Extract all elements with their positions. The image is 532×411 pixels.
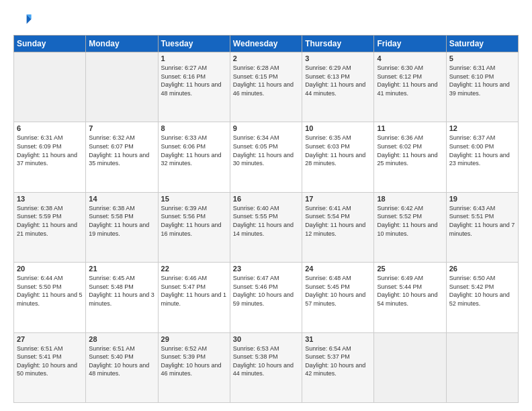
day-number: 25 [377,265,443,273]
day-info: Sunrise: 6:51 AM Sunset: 5:41 PM Dayligh… [17,345,83,378]
day-number: 9 [233,124,299,132]
calendar-header-row: SundayMondayTuesdayWednesdayThursdayFrid… [14,36,519,52]
calendar-cell: 11Sunrise: 6:36 AM Sunset: 6:02 PM Dayli… [374,122,446,192]
calendar-cell: 26Sunrise: 6:50 AM Sunset: 5:42 PM Dayli… [446,263,518,332]
day-number: 29 [161,335,227,343]
calendar-cell: 22Sunrise: 6:46 AM Sunset: 5:47 PM Dayli… [158,263,230,332]
weekday-header: Wednesday [230,36,302,52]
day-info: Sunrise: 6:29 AM Sunset: 6:13 PM Dayligh… [305,64,371,97]
calendar-cell: 10Sunrise: 6:35 AM Sunset: 6:03 PM Dayli… [302,122,374,192]
calendar-cell [446,332,518,402]
day-info: Sunrise: 6:33 AM Sunset: 6:06 PM Dayligh… [161,134,227,167]
day-number: 27 [17,335,83,343]
calendar-cell [14,52,86,122]
day-number: 4 [377,54,443,62]
day-number: 3 [305,54,371,62]
calendar-week-row: 27Sunrise: 6:51 AM Sunset: 5:41 PM Dayli… [14,332,519,402]
day-info: Sunrise: 6:54 AM Sunset: 5:37 PM Dayligh… [305,345,371,378]
day-number: 26 [449,265,515,273]
calendar-cell: 16Sunrise: 6:40 AM Sunset: 5:55 PM Dayli… [230,192,302,262]
day-number: 2 [233,54,299,62]
calendar-cell: 23Sunrise: 6:47 AM Sunset: 5:46 PM Dayli… [230,263,302,332]
day-info: Sunrise: 6:51 AM Sunset: 5:40 PM Dayligh… [89,345,154,378]
calendar-cell: 3Sunrise: 6:29 AM Sunset: 6:13 PM Daylig… [302,52,374,122]
day-number: 18 [377,195,443,203]
calendar-cell: 24Sunrise: 6:48 AM Sunset: 5:45 PM Dayli… [302,263,374,332]
day-number: 28 [89,335,154,343]
day-number: 10 [305,124,371,132]
calendar-cell: 6Sunrise: 6:31 AM Sunset: 6:09 PM Daylig… [14,122,86,192]
day-number: 30 [233,335,299,343]
day-number: 21 [89,265,154,273]
day-info: Sunrise: 6:42 AM Sunset: 5:52 PM Dayligh… [377,204,443,238]
day-number: 6 [17,124,83,132]
calendar-cell: 31Sunrise: 6:54 AM Sunset: 5:37 PM Dayli… [302,332,374,402]
day-info: Sunrise: 6:43 AM Sunset: 5:51 PM Dayligh… [449,204,515,238]
calendar-cell: 14Sunrise: 6:38 AM Sunset: 5:58 PM Dayli… [86,192,158,262]
day-info: Sunrise: 6:53 AM Sunset: 5:38 PM Dayligh… [233,345,299,378]
day-info: Sunrise: 6:46 AM Sunset: 5:47 PM Dayligh… [161,274,227,308]
calendar-week-row: 1Sunrise: 6:27 AM Sunset: 6:16 PM Daylig… [14,52,519,122]
calendar-cell: 19Sunrise: 6:43 AM Sunset: 5:51 PM Dayli… [446,192,518,262]
calendar-cell: 2Sunrise: 6:28 AM Sunset: 6:15 PM Daylig… [230,52,302,122]
weekday-header: Monday [86,36,158,52]
calendar-cell: 5Sunrise: 6:31 AM Sunset: 6:10 PM Daylig… [446,52,518,122]
calendar-cell: 29Sunrise: 6:52 AM Sunset: 5:39 PM Dayli… [158,332,230,402]
day-number: 7 [89,124,154,132]
calendar-cell [374,332,446,402]
calendar-week-row: 20Sunrise: 6:44 AM Sunset: 5:50 PM Dayli… [14,263,519,332]
calendar-cell: 27Sunrise: 6:51 AM Sunset: 5:41 PM Dayli… [14,332,86,402]
day-number: 15 [161,195,227,203]
day-info: Sunrise: 6:40 AM Sunset: 5:55 PM Dayligh… [233,204,299,238]
day-number: 8 [161,124,227,132]
day-number: 14 [89,195,154,203]
day-info: Sunrise: 6:37 AM Sunset: 6:00 PM Dayligh… [449,134,515,167]
weekday-header: Sunday [14,36,86,52]
calendar-cell: 28Sunrise: 6:51 AM Sunset: 5:40 PM Dayli… [86,332,158,402]
day-number: 12 [449,124,515,132]
day-info: Sunrise: 6:38 AM Sunset: 5:58 PM Dayligh… [89,204,154,238]
day-info: Sunrise: 6:34 AM Sunset: 6:05 PM Dayligh… [233,134,299,167]
day-number: 20 [17,265,83,273]
day-info: Sunrise: 6:52 AM Sunset: 5:39 PM Dayligh… [161,345,227,378]
day-info: Sunrise: 6:36 AM Sunset: 6:02 PM Dayligh… [377,134,443,167]
day-number: 22 [161,265,227,273]
calendar-cell: 18Sunrise: 6:42 AM Sunset: 5:52 PM Dayli… [374,192,446,262]
calendar-cell [86,52,158,122]
day-number: 17 [305,195,371,203]
day-info: Sunrise: 6:28 AM Sunset: 6:15 PM Dayligh… [233,64,299,97]
calendar-cell: 30Sunrise: 6:53 AM Sunset: 5:38 PM Dayli… [230,332,302,402]
day-info: Sunrise: 6:31 AM Sunset: 6:10 PM Dayligh… [449,64,515,97]
calendar-week-row: 6Sunrise: 6:31 AM Sunset: 6:09 PM Daylig… [14,122,519,192]
day-number: 19 [449,195,515,203]
day-info: Sunrise: 6:39 AM Sunset: 5:56 PM Dayligh… [161,204,227,238]
day-info: Sunrise: 6:31 AM Sunset: 6:09 PM Dayligh… [17,134,83,167]
day-info: Sunrise: 6:45 AM Sunset: 5:48 PM Dayligh… [89,274,154,308]
day-number: 16 [233,195,299,203]
calendar-cell: 15Sunrise: 6:39 AM Sunset: 5:56 PM Dayli… [158,192,230,262]
weekday-header: Friday [374,36,446,52]
weekday-header: Thursday [302,36,374,52]
day-info: Sunrise: 6:44 AM Sunset: 5:50 PM Dayligh… [17,274,83,308]
day-info: Sunrise: 6:50 AM Sunset: 5:42 PM Dayligh… [449,274,515,308]
calendar-cell: 8Sunrise: 6:33 AM Sunset: 6:06 PM Daylig… [158,122,230,192]
calendar-cell: 7Sunrise: 6:32 AM Sunset: 6:07 PM Daylig… [86,122,158,192]
weekday-header: Tuesday [158,36,230,52]
day-info: Sunrise: 6:49 AM Sunset: 5:44 PM Dayligh… [377,274,443,308]
calendar-week-row: 13Sunrise: 6:38 AM Sunset: 5:59 PM Dayli… [14,192,519,262]
calendar-cell: 4Sunrise: 6:30 AM Sunset: 6:12 PM Daylig… [374,52,446,122]
day-info: Sunrise: 6:38 AM Sunset: 5:59 PM Dayligh… [17,204,83,238]
day-number: 23 [233,265,299,273]
day-number: 31 [305,335,371,343]
day-number: 13 [17,195,83,203]
calendar-table: SundayMondayTuesdayWednesdayThursdayFrid… [13,35,519,403]
day-info: Sunrise: 6:35 AM Sunset: 6:03 PM Dayligh… [305,134,371,167]
day-number: 5 [449,54,515,62]
calendar-cell: 13Sunrise: 6:38 AM Sunset: 5:59 PM Dayli… [14,192,86,262]
day-info: Sunrise: 6:32 AM Sunset: 6:07 PM Dayligh… [89,134,154,167]
calendar-cell: 17Sunrise: 6:41 AM Sunset: 5:54 PM Dayli… [302,192,374,262]
calendar-cell: 20Sunrise: 6:44 AM Sunset: 5:50 PM Dayli… [14,263,86,332]
calendar-cell: 1Sunrise: 6:27 AM Sunset: 6:16 PM Daylig… [158,52,230,122]
weekday-header: Saturday [446,36,518,52]
day-number: 11 [377,124,443,132]
